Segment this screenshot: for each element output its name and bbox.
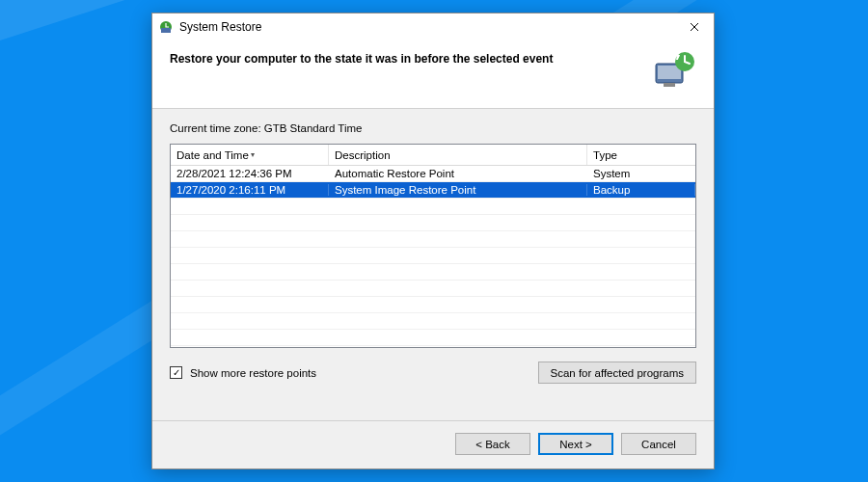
below-grid-row: ✓ Show more restore points Scan for affe… (170, 362, 696, 384)
cell-date: 2/28/2021 12:24:36 PM (171, 168, 329, 179)
cell-description: Automatic Restore Point (329, 168, 587, 179)
next-button[interactable]: Next > (538, 433, 613, 455)
system-restore-window: System Restore Restore your computer to … (151, 13, 715, 469)
scan-affected-button[interactable]: Scan for affected programs (538, 362, 697, 384)
table-row[interactable]: 2/28/2021 12:24:36 PM Automatic Restore … (171, 166, 695, 182)
cell-type: System (587, 168, 695, 179)
cell-date: 1/27/2020 2:16:11 PM (171, 184, 329, 196)
column-header-date-label: Date and Time (176, 149, 249, 161)
table-row[interactable]: 1/27/2020 2:16:11 PM System Image Restor… (171, 182, 695, 199)
column-header-description-label: Description (335, 149, 391, 161)
system-restore-icon (158, 19, 174, 35)
column-header-description[interactable]: Description (329, 145, 587, 165)
content-area: Current time zone: GTB Standard Time Dat… (152, 109, 714, 420)
window-title: System Restore (179, 20, 261, 34)
grid-body[interactable]: 2/28/2021 12:24:36 PM Automatic Restore … (171, 166, 695, 347)
cell-description: System Image Restore Point (329, 184, 587, 196)
timezone-label: Current time zone: GTB Standard Time (170, 122, 696, 134)
svg-rect-1 (161, 28, 171, 33)
page-headline: Restore your computer to the state it wa… (170, 50, 638, 66)
grid-header[interactable]: Date and Time ▾ Description Type (171, 145, 695, 166)
wizard-footer: < Back Next > Cancel (152, 420, 714, 469)
titlebar[interactable]: System Restore (152, 13, 714, 40)
cancel-button[interactable]: Cancel (621, 433, 696, 455)
sort-descending-icon: ▾ (251, 150, 255, 159)
restore-points-grid[interactable]: Date and Time ▾ Description Type 2/28/20… (170, 144, 696, 348)
back-button[interactable]: < Back (455, 433, 530, 455)
column-header-type-label: Type (593, 149, 617, 161)
column-header-date[interactable]: Date and Time ▾ (171, 145, 329, 165)
show-more-label[interactable]: Show more restore points (190, 367, 316, 379)
cell-type: Backup (587, 184, 695, 196)
svg-rect-4 (664, 83, 675, 87)
column-header-type[interactable]: Type (587, 145, 695, 165)
close-button[interactable] (675, 13, 714, 40)
restore-hero-icon (650, 50, 696, 89)
show-more-checkbox[interactable]: ✓ (170, 366, 182, 379)
header-strip: Restore your computer to the state it wa… (152, 40, 714, 109)
